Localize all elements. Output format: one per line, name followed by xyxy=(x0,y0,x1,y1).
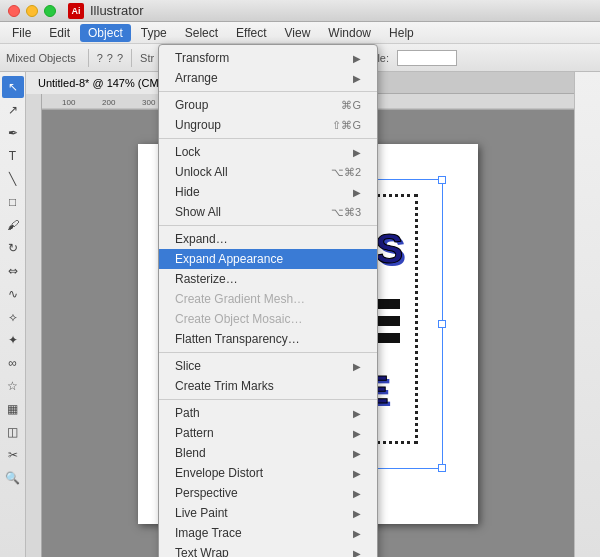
menu-ungroup[interactable]: Ungroup ⇧⌘G xyxy=(159,115,377,135)
toolbar-q3[interactable]: ? xyxy=(117,52,123,64)
tool-eyedrop[interactable]: ✦ xyxy=(2,329,24,351)
maximize-button[interactable] xyxy=(44,5,56,17)
mixed-objects-label: Mixed Objects xyxy=(6,52,76,64)
right-panel xyxy=(574,72,600,557)
menu-section-1: Transform ▶ Arrange ▶ xyxy=(159,45,377,92)
tool-symbol[interactable]: ☆ xyxy=(2,375,24,397)
arrow-live-paint: ▶ xyxy=(353,508,361,519)
tool-scissors[interactable]: ✂ xyxy=(2,444,24,466)
menu-object[interactable]: Object xyxy=(80,24,131,42)
menu-arrange[interactable]: Arrange ▶ xyxy=(159,68,377,88)
app-icon: Ai xyxy=(68,3,84,19)
menu-expand-appearance[interactable]: Expand Appearance xyxy=(159,249,377,269)
menu-view[interactable]: View xyxy=(277,24,319,42)
close-button[interactable] xyxy=(8,5,20,17)
menu-edit[interactable]: Edit xyxy=(41,24,78,42)
handle-mr[interactable] xyxy=(438,320,446,328)
svg-text:200: 200 xyxy=(102,98,116,107)
menu-unlock-all[interactable]: Unlock All ⌥⌘2 xyxy=(159,162,377,182)
tool-artboard[interactable]: ◫ xyxy=(2,421,24,443)
menu-gradient-mesh: Create Gradient Mesh… xyxy=(159,289,377,309)
menu-window[interactable]: Window xyxy=(320,24,379,42)
menu-effect[interactable]: Effect xyxy=(228,24,274,42)
menu-image-trace[interactable]: Image Trace ▶ xyxy=(159,523,377,543)
tool-direct-select[interactable]: ↗ xyxy=(2,99,24,121)
arrow-envelope: ▶ xyxy=(353,468,361,479)
ruler-left xyxy=(26,94,42,557)
menu-bar: File Edit Object Type Select Effect View… xyxy=(0,22,600,44)
arrow-image-trace: ▶ xyxy=(353,528,361,539)
menu-path[interactable]: Path ▶ xyxy=(159,403,377,423)
handle-tr[interactable] xyxy=(438,176,446,184)
menu-group[interactable]: Group ⌘G xyxy=(159,95,377,115)
tool-blend[interactable]: ∞ xyxy=(2,352,24,374)
tool-rotate[interactable]: ↻ xyxy=(2,237,24,259)
arrow-hide: ▶ xyxy=(353,187,361,198)
arrow-path: ▶ xyxy=(353,408,361,419)
menu-pattern[interactable]: Pattern ▶ xyxy=(159,423,377,443)
arrow-lock: ▶ xyxy=(353,147,361,158)
shortcut-unlock: ⌥⌘2 xyxy=(331,166,361,179)
tool-pen[interactable]: ✒ xyxy=(2,122,24,144)
tool-select[interactable]: ↖ xyxy=(2,76,24,98)
shortcut-group: ⌘G xyxy=(341,99,361,112)
app-title: Ai Illustrator xyxy=(68,3,143,19)
menu-object-mosaic: Create Object Mosaic… xyxy=(159,309,377,329)
toolbar-q1[interactable]: ? xyxy=(97,52,103,64)
menu-rasterize[interactable]: Rasterize… xyxy=(159,269,377,289)
window-controls xyxy=(8,5,56,17)
menu-select[interactable]: Select xyxy=(177,24,226,42)
svg-text:100: 100 xyxy=(62,98,76,107)
menu-live-paint[interactable]: Live Paint ▶ xyxy=(159,503,377,523)
tool-paint[interactable]: 🖌 xyxy=(2,214,24,236)
toolbar-q2[interactable]: ? xyxy=(107,52,113,64)
tool-width[interactable]: ⟡ xyxy=(2,306,24,328)
left-toolbar: ↖ ↗ ✒ T ╲ □ 🖌 ↻ ⇔ ∿ ⟡ ✦ ∞ ☆ ▦ ◫ ✂ 🔍 xyxy=(0,72,26,557)
menu-perspective[interactable]: Perspective ▶ xyxy=(159,483,377,503)
style-value-field[interactable] xyxy=(397,50,457,66)
arrow-perspective: ▶ xyxy=(353,488,361,499)
handle-br[interactable] xyxy=(438,464,446,472)
tool-mirror[interactable]: ⇔ xyxy=(2,260,24,282)
menu-section-5: Slice ▶ Create Trim Marks xyxy=(159,353,377,400)
menu-help[interactable]: Help xyxy=(381,24,422,42)
menu-section-4: Expand… Expand Appearance Rasterize… Cre… xyxy=(159,226,377,353)
title-bar: Ai Illustrator xyxy=(0,0,600,22)
menu-lock[interactable]: Lock ▶ xyxy=(159,142,377,162)
tool-graph[interactable]: ▦ xyxy=(2,398,24,420)
minimize-button[interactable] xyxy=(26,5,38,17)
menu-create-trim-marks[interactable]: Create Trim Marks xyxy=(159,376,377,396)
arrow-blend: ▶ xyxy=(353,448,361,459)
menu-text-wrap[interactable]: Text Wrap ▶ xyxy=(159,543,377,557)
tool-type[interactable]: T xyxy=(2,145,24,167)
arrow-arrange: ▶ xyxy=(353,73,361,84)
menu-type[interactable]: Type xyxy=(133,24,175,42)
menu-show-all[interactable]: Show All ⌥⌘3 xyxy=(159,202,377,222)
arrow-text-wrap: ▶ xyxy=(353,548,361,558)
menu-transform[interactable]: Transform ▶ xyxy=(159,48,377,68)
tool-line[interactable]: ╲ xyxy=(2,168,24,190)
toolbar-sep-1 xyxy=(88,49,89,67)
menu-envelope-distort[interactable]: Envelope Distort ▶ xyxy=(159,463,377,483)
object-dropdown-menu: Transform ▶ Arrange ▶ Group ⌘G Ungroup ⇧… xyxy=(158,44,378,557)
arrow-pattern: ▶ xyxy=(353,428,361,439)
menu-slice[interactable]: Slice ▶ xyxy=(159,356,377,376)
menu-hide[interactable]: Hide ▶ xyxy=(159,182,377,202)
tool-zoom[interactable]: 🔍 xyxy=(2,467,24,489)
tool-warp[interactable]: ∿ xyxy=(2,283,24,305)
menu-section-3: Lock ▶ Unlock All ⌥⌘2 Hide ▶ Show All ⌥⌘… xyxy=(159,139,377,226)
menu-blend[interactable]: Blend ▶ xyxy=(159,443,377,463)
arrow-slice: ▶ xyxy=(353,361,361,372)
shortcut-showall: ⌥⌘3 xyxy=(331,206,361,219)
shortcut-ungroup: ⇧⌘G xyxy=(332,119,361,132)
stroke-label: Str xyxy=(140,52,154,64)
menu-file[interactable]: File xyxy=(4,24,39,42)
arrow-transform: ▶ xyxy=(353,53,361,64)
app-name: Illustrator xyxy=(90,3,143,18)
tool-rect[interactable]: □ xyxy=(2,191,24,213)
svg-text:300: 300 xyxy=(142,98,156,107)
menu-section-2: Group ⌘G Ungroup ⇧⌘G xyxy=(159,92,377,139)
menu-flatten-transparency[interactable]: Flatten Transparency… xyxy=(159,329,377,349)
menu-expand[interactable]: Expand… xyxy=(159,229,377,249)
menu-section-6: Path ▶ Pattern ▶ Blend ▶ Envelope Distor… xyxy=(159,400,377,557)
